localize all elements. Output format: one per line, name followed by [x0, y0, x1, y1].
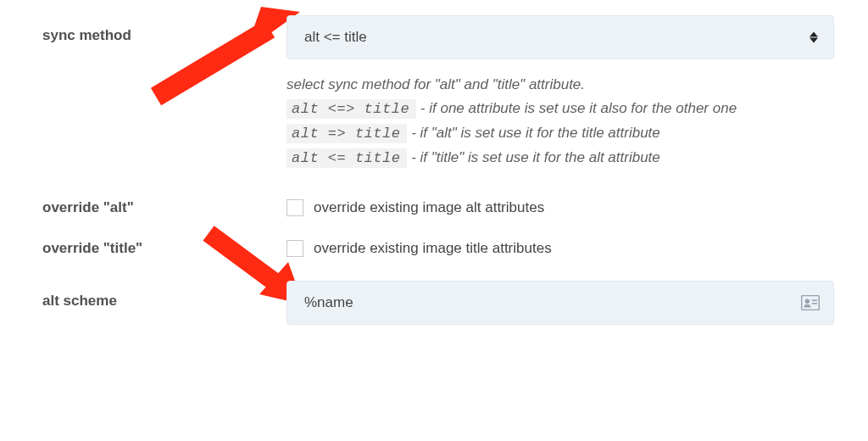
row-override-alt: override "alt" override existing image a… [42, 199, 834, 216]
override-title-checkbox-label: override existing image title attributes [314, 240, 552, 257]
row-alt-scheme: alt scheme %name [42, 281, 834, 325]
col-override-alt: override existing image alt attributes [287, 199, 834, 216]
chevron-updown-icon [810, 32, 818, 43]
row-override-title: override "title" override existing image… [42, 240, 834, 257]
help-opt2-code: alt => title [287, 124, 407, 143]
help-opt1: alt <=> title - if one attribute is set … [287, 97, 834, 121]
override-title-checkbox[interactable] [287, 240, 303, 257]
svg-rect-4 [812, 300, 817, 302]
svg-point-3 [805, 299, 810, 304]
id-card-icon [801, 295, 820, 310]
col-sync-method: alt <= title select sync method for "alt… [287, 15, 834, 170]
col-alt-scheme: %name [287, 281, 834, 325]
sync-method-help: select sync method for "alt" and "title"… [287, 73, 834, 170]
override-alt-checkbox-label: override existing image alt attributes [314, 199, 544, 216]
label-alt-scheme: alt scheme [42, 281, 287, 310]
alt-scheme-input[interactable]: %name [287, 281, 834, 325]
sync-method-selected-value: alt <= title [304, 29, 367, 46]
help-opt3-code: alt <= title [287, 148, 407, 168]
override-title-checkbox-row: override existing image title attributes [287, 240, 834, 257]
help-opt2: alt => title - if "alt" is set use it fo… [287, 121, 834, 146]
alt-scheme-value: %name [304, 294, 353, 311]
label-override-alt: override "alt" [42, 199, 287, 216]
svg-rect-5 [812, 303, 817, 304]
override-alt-checkbox[interactable] [287, 199, 303, 216]
sync-method-select[interactable]: alt <= title [287, 15, 834, 59]
help-opt3-desc: - if "title" is set use it for the alt a… [407, 149, 659, 165]
override-alt-checkbox-row: override existing image alt attributes [287, 199, 834, 216]
help-opt2-desc: - if "alt" is set use it for the title a… [407, 125, 659, 141]
help-opt1-desc: - if one attribute is set use it also fo… [416, 100, 737, 116]
help-intro: select sync method for "alt" and "title"… [287, 73, 834, 97]
col-override-title: override existing image title attributes [287, 240, 834, 257]
label-override-title: override "title" [42, 240, 287, 257]
label-sync-method: sync method [42, 15, 287, 44]
help-opt3: alt <= title - if "title" is set use it … [287, 146, 834, 170]
help-opt1-code: alt <=> title [287, 99, 416, 119]
row-sync-method: sync method alt <= title select sync met… [42, 15, 834, 170]
